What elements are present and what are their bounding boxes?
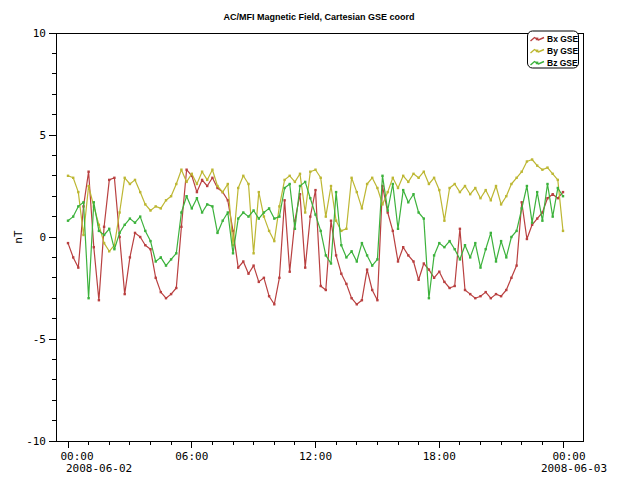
data-point-marker xyxy=(170,195,172,197)
data-point-marker xyxy=(283,187,285,189)
data-point-marker xyxy=(165,199,167,201)
data-point-marker xyxy=(129,183,131,185)
data-point-marker xyxy=(304,181,306,183)
data-point-marker xyxy=(485,291,487,293)
data-point-marker xyxy=(557,197,559,199)
data-point-marker xyxy=(479,197,481,199)
data-point-marker xyxy=(268,295,270,297)
data-point-marker xyxy=(283,199,285,201)
data-point-marker xyxy=(371,264,373,266)
data-point-marker xyxy=(103,242,105,244)
data-point-marker xyxy=(407,201,409,203)
data-point-marker xyxy=(397,260,399,262)
data-point-marker xyxy=(294,181,296,183)
data-point-marker xyxy=(459,228,461,230)
legend-marker-sample xyxy=(536,38,539,41)
legend-label: Bx GSE xyxy=(547,34,579,44)
data-point-marker xyxy=(407,181,409,183)
data-point-marker xyxy=(454,285,456,287)
data-point-marker xyxy=(448,187,450,189)
y-tick-label: -10 xyxy=(26,435,46,448)
data-point-marker xyxy=(536,164,538,166)
data-point-marker xyxy=(309,197,311,199)
data-point-marker xyxy=(376,258,378,260)
data-point-marker xyxy=(417,279,419,281)
data-point-marker xyxy=(77,205,79,207)
data-point-marker xyxy=(371,289,373,291)
data-point-marker xyxy=(402,189,404,191)
data-point-marker xyxy=(521,207,523,209)
data-point-marker xyxy=(381,175,383,177)
data-point-marker xyxy=(335,191,337,193)
data-point-marker xyxy=(201,211,203,213)
data-point-marker xyxy=(417,177,419,179)
data-point-marker xyxy=(98,299,100,301)
data-point-marker xyxy=(191,207,193,209)
data-point-marker xyxy=(495,260,497,262)
data-point-marker xyxy=(402,175,404,177)
data-point-marker xyxy=(340,273,342,275)
data-point-marker xyxy=(82,234,84,236)
x-axis-ticks: 00:0006:0012:0018:0000:002008-06-022008-… xyxy=(60,441,607,475)
data-point-marker xyxy=(423,171,425,173)
data-point-marker xyxy=(438,189,440,191)
data-point-marker xyxy=(552,215,554,217)
data-point-marker xyxy=(139,191,141,193)
data-point-marker xyxy=(160,256,162,258)
y-tick-label: -5 xyxy=(33,333,46,346)
x-tick-label: 18:00 xyxy=(423,450,456,463)
data-point-marker xyxy=(335,220,337,222)
data-point-marker xyxy=(526,160,528,162)
data-point-marker xyxy=(531,158,533,160)
data-point-marker xyxy=(247,215,249,217)
data-point-marker xyxy=(82,201,84,203)
data-point-marker xyxy=(361,299,363,301)
data-point-marker xyxy=(72,256,74,258)
data-point-marker xyxy=(180,226,182,228)
data-point-marker xyxy=(500,295,502,297)
data-point-marker xyxy=(216,185,218,187)
data-point-marker xyxy=(505,256,507,258)
data-point-marker xyxy=(227,183,229,185)
data-point-marker xyxy=(479,266,481,268)
data-point-marker xyxy=(469,256,471,258)
axes: -10-5051000:0006:0012:0018:0000:002008-0… xyxy=(26,27,607,475)
data-point-marker xyxy=(500,240,502,242)
data-point-marker xyxy=(485,248,487,250)
data-point-marker xyxy=(546,183,548,185)
data-point-marker xyxy=(180,211,182,213)
data-point-marker xyxy=(371,177,373,179)
data-point-marker xyxy=(350,297,352,299)
data-point-marker xyxy=(376,299,378,301)
data-point-marker xyxy=(356,260,358,262)
data-point-marker xyxy=(108,228,110,230)
data-point-marker xyxy=(134,222,136,224)
data-point-marker xyxy=(196,191,198,193)
data-point-marker xyxy=(263,215,265,217)
data-point-marker xyxy=(175,287,177,289)
data-point-marker xyxy=(67,220,69,222)
data-point-marker xyxy=(124,293,126,295)
data-point-marker xyxy=(216,232,218,234)
data-point-marker xyxy=(325,254,327,256)
data-point-marker xyxy=(438,271,440,273)
data-point-marker xyxy=(124,224,126,226)
data-point-marker xyxy=(201,171,203,173)
data-point-marker xyxy=(490,199,492,201)
data-point-marker xyxy=(185,181,187,183)
data-point-marker xyxy=(552,193,554,195)
data-point-marker xyxy=(283,179,285,181)
legend-marker-sample xyxy=(536,62,539,65)
data-point-marker xyxy=(185,195,187,197)
data-point-marker xyxy=(175,183,177,185)
data-point-marker xyxy=(72,177,74,179)
data-point-marker xyxy=(417,211,419,213)
data-point-marker xyxy=(180,169,182,171)
data-point-marker xyxy=(356,191,358,193)
data-point-marker xyxy=(392,230,394,232)
data-point-marker xyxy=(428,183,430,185)
data-point-marker xyxy=(242,211,244,213)
y-axis-label: nT xyxy=(12,230,25,244)
data-point-marker xyxy=(165,264,167,266)
data-point-marker xyxy=(500,203,502,205)
